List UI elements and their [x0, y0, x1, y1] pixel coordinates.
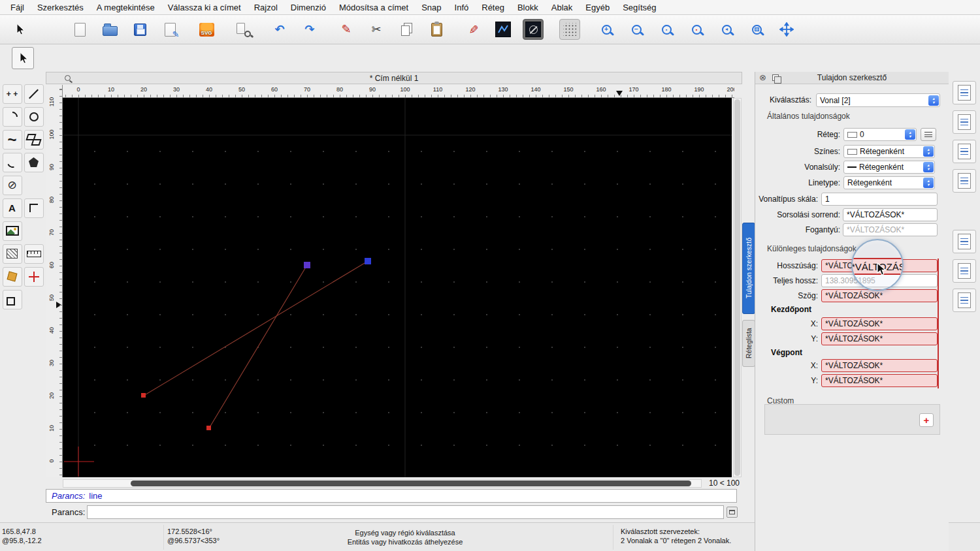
selection-filter-dock-icon[interactable] [953, 289, 976, 312]
zoom-out-button[interactable]: − [626, 19, 647, 40]
measure-tool-button[interactable] [24, 244, 44, 264]
canvas-vertical-scrollbar[interactable] [733, 98, 742, 477]
linetype-combo[interactable]: Rétegenként ▴▾ [843, 176, 935, 189]
menu-item-12[interactable]: Ablak [545, 0, 580, 15]
menu-item-7[interactable]: Módosítsa a címet [333, 0, 415, 15]
menu-item-10[interactable]: Réteg [475, 0, 511, 15]
snap-tool-tool-button[interactable] [24, 267, 44, 287]
h-scroll-thumb[interactable] [131, 480, 691, 486]
menu-item-13[interactable]: Egyéb [579, 0, 616, 15]
layer-options-button[interactable] [921, 128, 936, 141]
command-history-dock-icon[interactable] [953, 259, 976, 283]
draw-spline-tool-button[interactable]: ~ [3, 130, 22, 150]
zoom-in-button[interactable]: + [596, 19, 617, 40]
view-list-dock-icon[interactable] [953, 169, 976, 193]
undo-button[interactable]: ↶ [269, 19, 290, 40]
panel-detach-icon[interactable] [772, 74, 779, 81]
color-combo[interactable]: Rétegenként ▴▾ [843, 145, 935, 158]
draw-ellipse-tool-button[interactable]: ⊘ [3, 176, 22, 195]
shape-library-tool-button[interactable] [3, 267, 22, 287]
cut-button[interactable]: ✂ [366, 19, 387, 40]
svg-export-button[interactable]: SVG [196, 19, 217, 40]
redo-button[interactable]: ↷ [299, 19, 320, 40]
start-x-input[interactable]: *VÁLTOZÁSOK* [821, 317, 938, 330]
layer-list-dock-icon[interactable] [953, 110, 976, 134]
tab-property-editor[interactable]: Tulajdon szerkesztő [742, 223, 755, 314]
v-scroll-thumb[interactable] [734, 99, 740, 476]
angle-input[interactable]: *VÁLTOZÁSOK* [821, 289, 938, 302]
new-file-button[interactable] [69, 19, 90, 40]
menu-item-2[interactable]: Szerkesztés [31, 0, 90, 15]
grid-dots-button[interactable] [559, 19, 580, 40]
draw-polygon-tool-button[interactable] [24, 153, 44, 172]
paste-button[interactable] [426, 19, 447, 40]
menu-item-1[interactable]: Fájl [4, 0, 31, 15]
menu-item-9[interactable]: Infó [448, 0, 476, 15]
open-file-button[interactable] [99, 19, 120, 40]
dimension-tool-button[interactable] [24, 198, 44, 218]
edit-pen-button[interactable]: ✎ [463, 19, 483, 40]
v-ruler-label: 60 [48, 260, 55, 270]
draw-order-input[interactable]: *VÁLTOZÁSOK* [843, 208, 938, 221]
zoom-window-button[interactable] [746, 19, 767, 40]
tab-layer-list[interactable]: Réteglista [742, 320, 755, 367]
menu-item-6[interactable]: Dimenzió [284, 0, 333, 15]
zoom-selection-button[interactable]: ▪ [686, 19, 707, 40]
solid-box-tool-button[interactable] [3, 290, 22, 309]
draw-pen-button[interactable]: ✎ [336, 19, 357, 40]
lineweight-combo[interactable]: Rétegenként ▴▾ [843, 161, 935, 174]
draw-arc-tool-button[interactable] [3, 107, 22, 127]
add-points-tool-button[interactable]: + + [3, 84, 22, 104]
h-ruler-label: 10 [108, 86, 114, 93]
command-options-button[interactable] [727, 507, 738, 518]
zoom-auto-button[interactable]: ▪ [656, 19, 677, 40]
menu-item-4[interactable]: Válassza ki a címet [161, 0, 248, 15]
circle-slash-button[interactable] [523, 19, 544, 40]
drawn-line-2[interactable] [209, 265, 307, 428]
panel-close-icon[interactable]: ⊗ [759, 73, 766, 82]
menu-item-14[interactable]: Segítség [616, 0, 662, 15]
cursor-position-marker-v [56, 302, 63, 308]
draw-hatch-tool-button[interactable] [3, 244, 22, 264]
copy-button[interactable] [396, 19, 417, 40]
drawing-canvas[interactable] [63, 98, 732, 477]
print-preview-button[interactable] [233, 19, 253, 40]
end-x-input[interactable]: *VÁLTOZÁSOK* [821, 359, 938, 372]
menu-item-5[interactable]: Rajzol [248, 0, 284, 15]
linetype-scale-input[interactable]: 1 [821, 193, 938, 206]
start-y-input[interactable]: *VÁLTOZÁSOK* [821, 332, 938, 345]
property-editor-dock-icon[interactable] [953, 81, 976, 104]
library-browser-dock-icon[interactable] [953, 230, 976, 253]
zoom-previous-button[interactable]: ◂ [716, 19, 737, 40]
drawn-line-1[interactable] [144, 261, 368, 396]
menu-item-8[interactable]: Snap [415, 0, 448, 15]
selection-button[interactable] [9, 19, 30, 40]
draw-line-tool-button[interactable] [24, 84, 44, 104]
draw-text-tool-button[interactable]: A [3, 198, 22, 218]
end-y-input[interactable]: *VÁLTOZÁSOK* [821, 374, 938, 387]
line2-end-handle[interactable] [304, 262, 310, 268]
line1-end-handle[interactable] [365, 258, 371, 264]
edit-drawing-button[interactable]: ✎ [159, 19, 180, 40]
line2-start-handle[interactable] [206, 426, 211, 430]
pan-button[interactable] [776, 19, 797, 40]
insert-image-tool-button[interactable] [3, 221, 22, 241]
command-input[interactable] [87, 505, 724, 519]
save-file-button[interactable] [129, 19, 150, 40]
selection-combo[interactable]: Vonal [2] ▴▾ [816, 93, 940, 107]
block-list-dock-icon[interactable] [953, 140, 976, 163]
line1-start-handle[interactable] [141, 393, 146, 398]
canvas-horizontal-scrollbar[interactable] [63, 479, 702, 488]
handle-input[interactable]: *VÁLTOZÁSOK* [843, 223, 938, 236]
menu-item-11[interactable]: Blokk [511, 0, 545, 15]
pointer-tool-button[interactable] [12, 47, 34, 69]
draw-shapes-tool-button[interactable] [24, 130, 44, 150]
layer-combo[interactable]: 0 ▴▾ [843, 128, 917, 141]
menu-item-3[interactable]: A megtekintése [90, 0, 161, 15]
add-custom-property-button[interactable]: + [919, 413, 934, 427]
mouse-cursor-icon [877, 262, 887, 276]
polyline-chart-button[interactable] [493, 19, 514, 40]
draw-curve-tool-button[interactable] [3, 153, 22, 172]
h-ruler-label: 200 [727, 86, 734, 93]
draw-circle-tool-button[interactable] [24, 107, 44, 127]
